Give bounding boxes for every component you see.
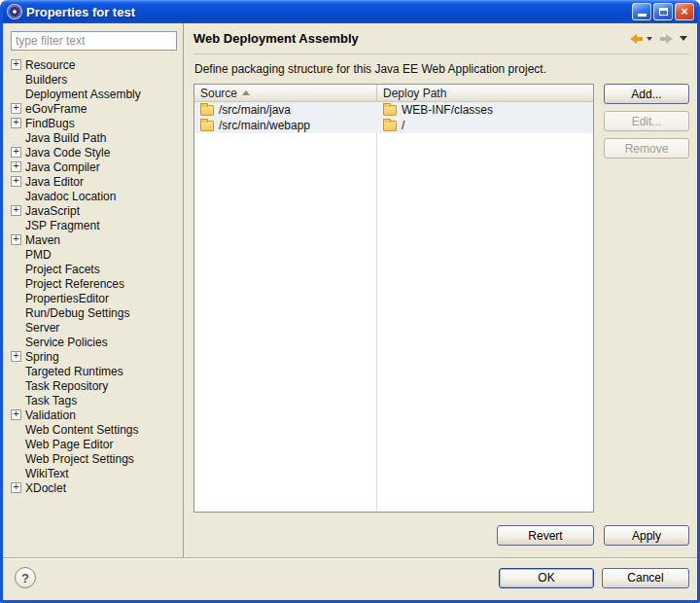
sidebar-item[interactable]: Javadoc Location	[11, 189, 177, 203]
sidebar-tree: + Resource Builders Deployment Assembly	[11, 57, 177, 495]
folder-icon	[200, 121, 214, 131]
ok-button[interactable]: OK	[499, 568, 594, 588]
table-header: Source Deploy Path	[194, 85, 593, 102]
sidebar-item-label: Java Build Path	[25, 131, 106, 145]
back-button[interactable]	[630, 34, 652, 44]
sidebar-item-label: Validation	[25, 408, 76, 422]
edit-button: Edit...	[604, 111, 689, 131]
sidebar-item[interactable]: PropertiesEditor	[11, 291, 177, 305]
sidebar-item[interactable]: Targeted Runtimes	[11, 364, 177, 378]
back-arrow-icon	[630, 34, 644, 44]
table-body: /src/main/java WEB-INF/classes	[194, 102, 593, 512]
sidebar-item[interactable]: + eGovFrame	[11, 101, 177, 116]
properties-gear-icon	[8, 5, 21, 18]
column-header-source[interactable]: Source	[194, 85, 377, 101]
sidebar-item[interactable]: Web Content Settings	[11, 422, 177, 437]
sidebar-item[interactable]: Project Facets	[11, 262, 177, 276]
page-description: Define packaging structure for this Java…	[193, 54, 689, 84]
expand-icon[interactable]: +	[11, 118, 21, 128]
sidebar-item-label: Project References	[25, 277, 124, 291]
source-cell: /src/main/java	[194, 103, 377, 117]
sidebar-item-label: Server	[25, 321, 59, 335]
chevron-down-icon	[680, 36, 687, 41]
expand-icon[interactable]: +	[11, 147, 21, 158]
sidebar-item-label: Project Facets	[25, 263, 100, 276]
sidebar-item-label: JavaScript	[25, 204, 80, 218]
page-panel: Web Deployment Assembly Define packaging…	[184, 23, 697, 557]
forward-arrow-icon	[659, 34, 673, 44]
view-menu-button[interactable]	[680, 36, 687, 41]
expand-icon[interactable]: +	[11, 176, 21, 187]
close-button[interactable]: ×	[675, 3, 694, 20]
sidebar-item[interactable]: PMD	[11, 247, 177, 262]
sidebar-item-label: WikiText	[25, 467, 69, 480]
sidebar-item[interactable]: Project References	[11, 276, 177, 291]
sidebar-item[interactable]: Task Repository	[11, 378, 177, 393]
filter-input[interactable]	[11, 31, 177, 51]
sidebar-item[interactable]: Builders	[11, 72, 177, 87]
maximize-button[interactable]	[653, 3, 673, 20]
sidebar-item-label: Task Tags	[25, 394, 77, 408]
folder-icon	[200, 105, 214, 116]
sidebar-item[interactable]: + JavaScript	[11, 203, 177, 218]
sidebar-item[interactable]: WikiText	[11, 466, 177, 480]
sidebar-item[interactable]: + Java Compiler	[11, 160, 177, 174]
sidebar-item[interactable]: + Maven	[11, 232, 177, 247]
sidebar-item[interactable]: Deployment Assembly	[11, 87, 177, 101]
sidebar-item[interactable]: Web Project Settings	[11, 451, 177, 466]
expand-icon[interactable]: +	[11, 482, 21, 493]
sidebar-item[interactable]: Web Page Editor	[11, 437, 177, 451]
expand-icon[interactable]: +	[11, 205, 21, 216]
sidebar-item[interactable]: + XDoclet	[11, 480, 177, 495]
sidebar-item-label: PropertiesEditor	[25, 292, 109, 305]
sidebar-item[interactable]: JSP Fragment	[11, 218, 177, 232]
table-actions: Add... Edit... Remove	[604, 84, 689, 513]
cancel-button[interactable]: Cancel	[602, 568, 689, 588]
revert-button[interactable]: Revert	[497, 525, 594, 546]
minimize-icon	[638, 14, 647, 17]
sidebar-item-label: Builders	[25, 73, 67, 87]
sidebar-item[interactable]: Task Tags	[11, 393, 177, 408]
sidebar-item-label: Run/Debug Settings	[25, 306, 129, 320]
sidebar-item-label: Web Page Editor	[25, 438, 114, 451]
deploy-path-cell: WEB-INF/classes	[377, 103, 593, 117]
help-button[interactable]: ?	[15, 567, 36, 588]
sidebar-item[interactable]: + Java Editor	[11, 174, 177, 189]
maximize-icon	[659, 8, 668, 16]
column-header-deploy-path[interactable]: Deploy Path	[377, 85, 593, 101]
confirm-buttons: OK Cancel	[499, 568, 689, 588]
folder-icon	[383, 121, 397, 131]
expand-icon[interactable]: +	[11, 234, 21, 245]
sidebar: + Resource Builders Deployment Assembly	[3, 23, 184, 557]
minimize-button[interactable]	[632, 3, 651, 20]
sidebar-item-label: Service Policies	[25, 336, 108, 349]
sidebar-item[interactable]: + Spring	[11, 349, 177, 364]
add-button[interactable]: Add...	[604, 84, 689, 104]
table-row[interactable]: /src/main/webapp /	[194, 118, 593, 133]
titlebar[interactable]: Properties for test ×	[3, 0, 697, 23]
sort-ascending-icon	[242, 90, 250, 95]
expand-icon[interactable]: +	[11, 103, 21, 114]
sidebar-item-label: Deployment Assembly	[25, 88, 141, 101]
sidebar-item-label: Targeted Runtimes	[25, 365, 123, 378]
sidebar-item[interactable]: Server	[11, 320, 177, 335]
sidebar-item[interactable]: + FindBugs	[11, 116, 177, 130]
remove-button: Remove	[604, 138, 689, 159]
expand-icon[interactable]: +	[11, 59, 21, 70]
sidebar-item-label: Java Compiler	[25, 160, 100, 174]
table-row[interactable]: /src/main/java WEB-INF/classes	[194, 102, 593, 118]
column-label: Source	[200, 87, 237, 100]
sidebar-item[interactable]: Service Policies	[11, 335, 177, 349]
sidebar-item[interactable]: + Resource	[11, 57, 177, 72]
expand-icon[interactable]: +	[11, 161, 21, 172]
expand-icon[interactable]: +	[11, 409, 21, 420]
sidebar-item[interactable]: Run/Debug Settings	[11, 305, 177, 320]
sidebar-item[interactable]: Java Build Path	[11, 130, 177, 145]
source-path: /src/main/java	[219, 103, 291, 117]
column-divider	[376, 102, 377, 512]
apply-button[interactable]: Apply	[604, 525, 689, 546]
sidebar-item[interactable]: + Java Code Style	[11, 145, 177, 160]
sidebar-item-label: Resource	[25, 58, 75, 72]
sidebar-item[interactable]: + Validation	[11, 408, 177, 422]
expand-icon[interactable]: +	[11, 351, 21, 362]
